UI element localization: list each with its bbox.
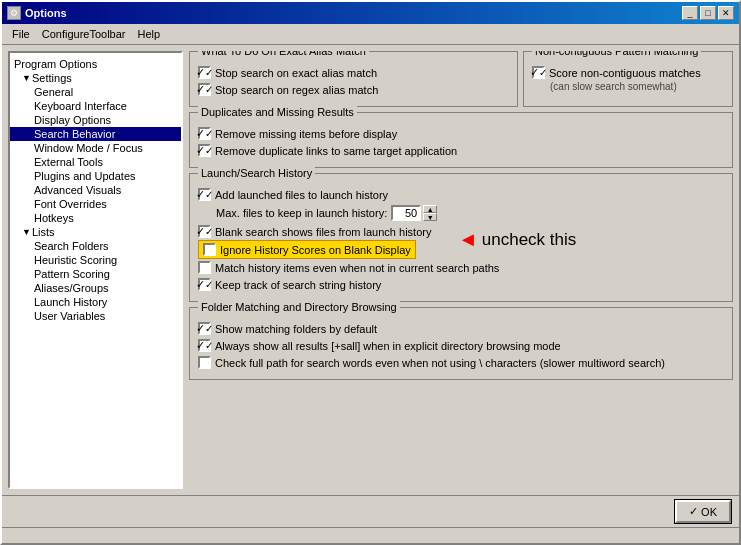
remove-missing-label[interactable]: ✓ Remove missing items before display: [198, 127, 397, 140]
stop-regex-row: ✓ Stop search on regex alias match: [198, 81, 509, 98]
add-launched-checkbox[interactable]: ✓: [198, 188, 211, 201]
title-controls: _ □ ✕: [682, 6, 734, 20]
blank-shows-label[interactable]: ✓ Blank search shows files from launch h…: [198, 225, 431, 238]
tree-search-behavior[interactable]: Search Behavior: [10, 127, 181, 141]
ok-button[interactable]: ✓ OK: [675, 500, 731, 523]
show-folders-checkbox[interactable]: ✓: [198, 322, 211, 335]
stop-regex-label[interactable]: ✓ Stop search on regex alias match: [198, 83, 378, 96]
tree-label: Search Folders: [34, 240, 109, 252]
non-contiguous-note: (can slow search somewhat): [532, 81, 724, 92]
stop-exact-row: ✓ Stop search on exact alias match: [198, 64, 509, 81]
tree-label: Settings: [32, 72, 72, 84]
options-window: ⚙ Options _ □ ✕ File ConfigureToolbar He…: [0, 0, 741, 545]
tree-program-options[interactable]: Program Options: [10, 57, 181, 71]
right-panel: What To Do On Exact Alias Match ✓ Stop s…: [189, 51, 733, 489]
title-bar: ⚙ Options _ □ ✕: [2, 2, 739, 24]
tree-keyboard-interface[interactable]: Keyboard Interface: [10, 99, 181, 113]
ignore-scores-label[interactable]: Ignore History Scores on Blank Display: [203, 243, 411, 256]
stop-regex-text: Stop search on regex alias match: [215, 84, 378, 96]
score-non-contiguous-row: ✓ Score non-contiguous matches: [532, 64, 724, 81]
add-launched-row: ✓ Add launched files to launch history: [198, 186, 724, 203]
check-full-checkbox[interactable]: [198, 356, 211, 369]
remove-missing-checkbox[interactable]: ✓: [198, 127, 211, 140]
tree-label: Display Options: [34, 114, 111, 126]
ignore-scores-row: Ignore History Scores on Blank Display: [198, 240, 416, 259]
stop-regex-checkbox[interactable]: ✓: [198, 83, 211, 96]
maximize-button[interactable]: □: [700, 6, 716, 20]
spin-buttons: ▲ ▼: [423, 205, 437, 221]
tree-heuristic-scoring[interactable]: Heuristic Scoring: [10, 253, 181, 267]
score-non-contiguous-checkbox[interactable]: ✓: [532, 66, 545, 79]
tree-display-options[interactable]: Display Options: [10, 113, 181, 127]
duplicates-group: Duplicates and Missing Results ✓ Remove …: [189, 112, 733, 168]
score-non-contiguous-label[interactable]: ✓ Score non-contiguous matches: [532, 66, 701, 79]
tree-user-variables[interactable]: User Variables: [10, 309, 181, 323]
tree-font-overrides[interactable]: Font Overrides: [10, 197, 181, 211]
remove-duplicate-label[interactable]: ✓ Remove duplicate links to same target …: [198, 144, 457, 157]
always-show-label[interactable]: ✓ Always show all results [+sall] when i…: [198, 339, 561, 352]
match-history-checkbox[interactable]: [198, 261, 211, 274]
callout-text: uncheck this: [482, 230, 577, 250]
tree-hotkeys[interactable]: Hotkeys: [10, 211, 181, 225]
keep-track-checkbox[interactable]: ✓: [198, 278, 211, 291]
remove-duplicate-text: Remove duplicate links to same target ap…: [215, 145, 457, 157]
main-content: Program Options ▼ Settings General Keybo…: [2, 45, 739, 495]
stop-exact-text: Stop search on exact alias match: [215, 67, 377, 79]
stop-exact-label[interactable]: ✓ Stop search on exact alias match: [198, 66, 377, 79]
launch-history-title: Launch/Search History: [198, 167, 315, 179]
stop-exact-checkbox[interactable]: ✓: [198, 66, 211, 79]
max-files-label: Max. files to keep in launch history:: [198, 207, 387, 219]
tree-external-tools[interactable]: External Tools: [10, 155, 181, 169]
exact-alias-title: What To Do On Exact Alias Match: [198, 51, 369, 57]
check-full-row: Check full path for search words even wh…: [198, 354, 724, 371]
tree-lists[interactable]: ▼ Lists: [10, 225, 181, 239]
ignore-scores-text: Ignore History Scores on Blank Display: [220, 244, 411, 256]
tree-launch-history[interactable]: Launch History: [10, 295, 181, 309]
ignore-scores-checkbox[interactable]: [203, 243, 216, 256]
tree-window-mode[interactable]: Window Mode / Focus: [10, 141, 181, 155]
tree-label: Program Options: [14, 58, 97, 70]
always-show-checkbox[interactable]: ✓: [198, 339, 211, 352]
add-launched-text: Add launched files to launch history: [215, 189, 388, 201]
check-full-label[interactable]: Check full path for search words even wh…: [198, 356, 665, 369]
always-show-text: Always show all results [+sall] when in …: [215, 340, 561, 352]
tree-aliases-groups[interactable]: Aliases/Groups: [10, 281, 181, 295]
blank-shows-text: Blank search shows files from launch his…: [215, 226, 431, 238]
max-files-spin[interactable]: ▲ ▼: [391, 205, 437, 221]
menu-file[interactable]: File: [6, 26, 36, 42]
minimize-button[interactable]: _: [682, 6, 698, 20]
match-history-text: Match history items even when not in cur…: [215, 262, 499, 274]
menu-help[interactable]: Help: [132, 26, 167, 42]
tree-arrow: ▼: [22, 227, 32, 237]
spin-down-button[interactable]: ▼: [423, 213, 437, 221]
remove-missing-row: ✓ Remove missing items before display: [198, 125, 724, 142]
max-files-row: Max. files to keep in launch history: ▲ …: [198, 203, 724, 223]
left-panel-tree[interactable]: Program Options ▼ Settings General Keybo…: [8, 51, 183, 489]
max-files-input[interactable]: [391, 205, 421, 221]
ignore-scores-container: Ignore History Scores on Blank Display ◄…: [198, 240, 724, 259]
tree-arrow: ▼: [22, 73, 32, 83]
blank-shows-checkbox[interactable]: ✓: [198, 225, 211, 238]
tree-label: Keyboard Interface: [34, 100, 127, 112]
spin-up-button[interactable]: ▲: [423, 205, 437, 213]
match-history-row: Match history items even when not in cur…: [198, 259, 724, 276]
tree-settings[interactable]: ▼ Settings: [10, 71, 181, 85]
tree-search-folders[interactable]: Search Folders: [10, 239, 181, 253]
remove-duplicate-checkbox[interactable]: ✓: [198, 144, 211, 157]
add-launched-label[interactable]: ✓ Add launched files to launch history: [198, 188, 388, 201]
tree-general[interactable]: General: [10, 85, 181, 99]
match-history-label[interactable]: Match history items even when not in cur…: [198, 261, 499, 274]
tree-advanced-visuals[interactable]: Advanced Visuals: [10, 183, 181, 197]
close-button[interactable]: ✕: [718, 6, 734, 20]
ok-label: OK: [701, 506, 717, 518]
menu-bar: File ConfigureToolbar Help: [2, 24, 739, 45]
menu-configure-toolbar[interactable]: ConfigureToolbar: [36, 26, 132, 42]
tree-pattern-scoring[interactable]: Pattern Scoring: [10, 267, 181, 281]
tree-label: Lists: [32, 226, 55, 238]
show-folders-label[interactable]: ✓ Show matching folders by default: [198, 322, 377, 335]
keep-track-label[interactable]: ✓ Keep track of search string history: [198, 278, 381, 291]
non-contiguous-group: Non-contiguous Pattern Matching ✓ Score …: [523, 51, 733, 107]
remove-duplicate-row: ✓ Remove duplicate links to same target …: [198, 142, 724, 159]
tree-plugins-updates[interactable]: Plugins and Updates: [10, 169, 181, 183]
tree-label: Aliases/Groups: [34, 282, 109, 294]
